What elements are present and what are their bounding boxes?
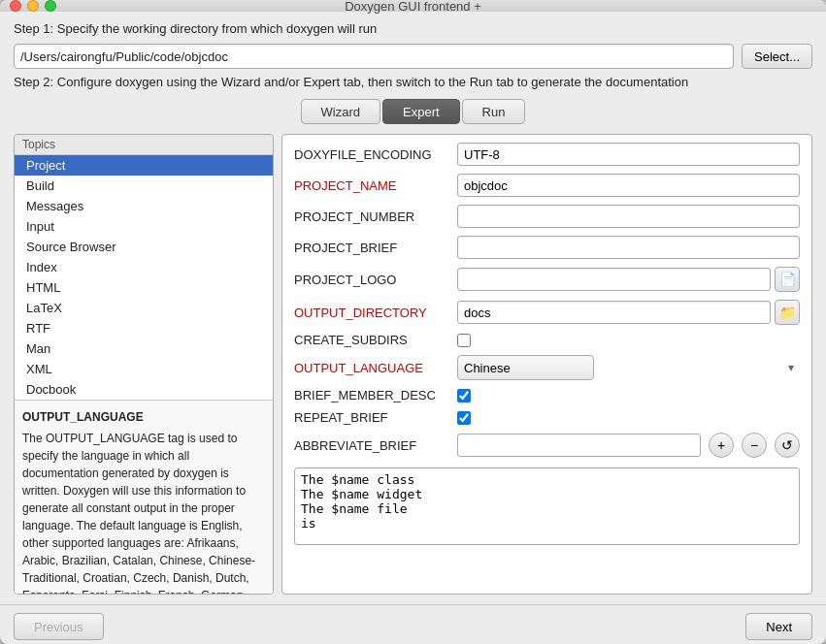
project-logo-field-group: 📄 [457,267,800,292]
form-row-doxyfile-encoding: DOXYFILE_ENCODING [294,143,800,166]
tabs-row: Wizard Expert Run [14,99,812,124]
project-logo-file-btn[interactable]: 📄 [775,267,800,292]
form-row-output-directory: OUTPUT_DIRECTORY 📁 [294,300,800,325]
sidebar-item-project[interactable]: Project [15,155,273,176]
checkbox-brief-member-desc[interactable] [457,389,471,402]
sidebar-item-docbook[interactable]: Docbook [15,379,273,400]
label-project-name: PROJECT_NAME [294,178,449,193]
main-window: Doxygen GUI frontend + Step 1: Specify t… [0,0,826,644]
checkbox-repeat-brief[interactable] [457,411,471,425]
form-row-repeat-brief: REPEAT_BRIEF [294,410,800,425]
form-row-project-name: PROJECT_NAME [294,174,800,197]
sidebar-item-latex[interactable]: LaTeX [15,298,273,318]
form-row-project-logo: PROJECT_LOGO 📄 [294,267,800,292]
window-title: Doxygen GUI frontend + [345,0,481,14]
tab-wizard[interactable]: Wizard [301,99,380,124]
sidebar-item-man[interactable]: Man [15,338,273,359]
output-language-wrapper: Chinese English Afrikaans Arabic Brazili… [457,355,800,380]
input-doxyfile-encoding[interactable] [457,143,800,166]
form-row-project-brief: PROJECT_BRIEF [294,236,800,259]
minimize-button[interactable] [27,0,39,12]
label-output-language: OUTPUT_LANGUAGE [294,361,449,375]
sidebar-item-index[interactable]: Index [15,257,273,277]
next-button[interactable]: Next [745,613,812,640]
input-project-name[interactable] [457,174,800,197]
label-brief-member-desc: BRIEF_MEMBER_DESC [294,388,449,402]
path-row: Select... [14,44,812,69]
previous-button[interactable]: Previous [14,613,104,640]
form-row-project-number: PROJECT_NUMBER [294,205,800,228]
topics-header: Topics [15,135,273,155]
maximize-button[interactable] [45,0,56,12]
output-dir-folder-btn[interactable]: 📁 [775,300,800,325]
tab-expert[interactable]: Expert [382,99,460,124]
label-abbreviate-brief: ABBREVIATE_BRIEF [294,438,449,453]
titlebar: Doxygen GUI frontend + [0,0,826,12]
input-abbreviate-brief[interactable] [457,434,701,457]
label-output-directory: OUTPUT_DIRECTORY [294,306,449,320]
select-output-language[interactable]: Chinese English Afrikaans Arabic Brazili… [457,355,594,380]
input-project-logo[interactable] [457,268,771,291]
label-project-number: PROJECT_NUMBER [294,209,449,224]
desc-text: The OUTPUT_LANGUAGE tag is used to speci… [22,430,265,594]
step1-label: Step 1: Specify the working directory fr… [14,21,812,36]
abbreviate-brief-textarea[interactable]: The $name class The $name widget The $na… [294,467,800,545]
bottom-bar: Previous Next [0,604,826,644]
working-dir-input[interactable] [14,44,734,69]
abbreviate-remove-btn[interactable]: − [742,433,767,458]
input-output-directory[interactable] [457,301,771,324]
label-repeat-brief: REPEAT_BRIEF [294,410,449,425]
sidebar-item-source-browser[interactable]: Source Browser [15,237,273,257]
desc-title: OUTPUT_LANGUAGE [22,408,265,426]
form-row-output-language: OUTPUT_LANGUAGE Chinese English Afrikaan… [294,355,800,380]
label-project-logo: PROJECT_LOGO [294,273,449,287]
close-button[interactable] [10,0,21,12]
input-project-number[interactable] [457,205,800,228]
sidebar-item-html[interactable]: HTML [15,277,273,298]
sidebar-item-input[interactable]: Input [15,216,273,237]
traffic-lights [10,0,56,12]
sidebar-list: Project Build Messages Input Source Brow… [15,155,273,400]
label-doxyfile-encoding: DOXYFILE_ENCODING [294,147,449,162]
sidebar: Topics Project Build Messages Input Sour… [14,134,274,595]
tab-run[interactable]: Run [462,99,526,124]
sidebar-item-xml[interactable]: XML [15,359,273,379]
abbreviate-refresh-btn[interactable]: ↺ [775,433,800,458]
input-project-brief[interactable] [457,236,800,259]
step2-label: Step 2: Configure doxygen using the Wiza… [14,75,812,89]
output-dir-field-group: 📁 [457,300,800,325]
form-row-abbreviate-brief: ABBREVIATE_BRIEF + − ↺ [294,433,800,458]
content-area: Step 1: Specify the working directory fr… [0,12,826,604]
form-row-create-subdirs: CREATE_SUBDIRS [294,333,800,347]
sidebar-description: OUTPUT_LANGUAGE The OUTPUT_LANGUAGE tag … [15,400,273,594]
sidebar-item-rtf[interactable]: RTF [15,318,273,338]
abbreviate-add-btn[interactable]: + [709,433,734,458]
label-project-brief: PROJECT_BRIEF [294,241,449,255]
label-create-subdirs: CREATE_SUBDIRS [294,333,449,347]
sidebar-item-messages[interactable]: Messages [15,196,273,216]
sidebar-item-build[interactable]: Build [15,176,273,196]
form-row-brief-member-desc: BRIEF_MEMBER_DESC [294,388,800,402]
right-panel: DOXYFILE_ENCODING PROJECT_NAME PROJECT_N… [281,134,812,595]
main-area: Topics Project Build Messages Input Sour… [14,134,812,595]
select-button[interactable]: Select... [742,44,812,69]
checkbox-create-subdirs[interactable] [457,334,471,347]
